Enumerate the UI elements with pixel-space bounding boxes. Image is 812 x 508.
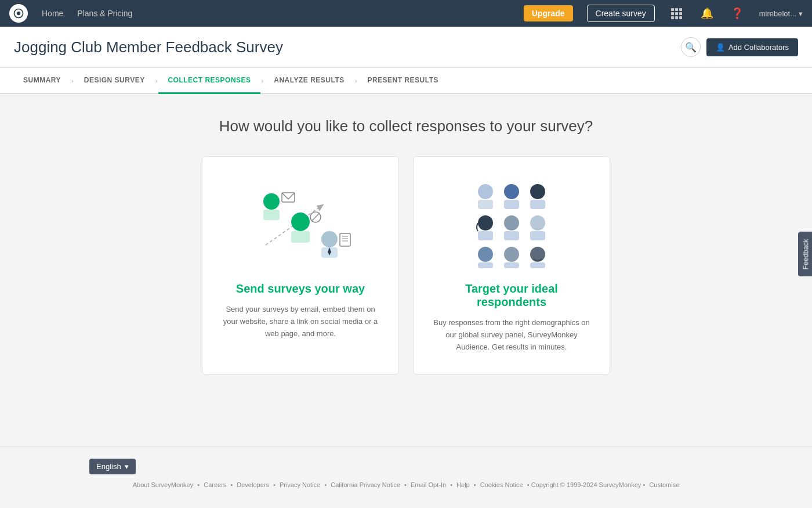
- send-surveys-illustration: [242, 175, 358, 268]
- svg-rect-21: [530, 200, 545, 209]
- svg-point-20: [530, 184, 545, 199]
- footer-link-email-optin[interactable]: Email Opt-In: [411, 481, 446, 488]
- tab-analyze-results[interactable]: ANALYZE RESULTS: [264, 68, 354, 94]
- svg-rect-17: [478, 200, 493, 209]
- main-question: How would you like to collect responses …: [219, 117, 593, 135]
- footer-link-help[interactable]: Help: [456, 481, 470, 488]
- tab-arrow-3: ›: [262, 77, 264, 84]
- logo[interactable]: [9, 4, 28, 23]
- survey-title: Jogging Club Member Feedback Survey: [14, 38, 283, 56]
- tabs-navigation: SUMMARY › DESIGN SURVEY › COLLECT RESPON…: [0, 68, 812, 94]
- plans-pricing-link[interactable]: Plans & Pricing: [77, 9, 132, 18]
- tab-arrow-4: ›: [355, 77, 357, 84]
- footer-link-privacy[interactable]: Privacy Notice: [280, 481, 320, 488]
- feedback-tab[interactable]: Feedback: [799, 232, 812, 276]
- tab-arrow-1: ›: [71, 77, 74, 84]
- svg-rect-25: [504, 231, 519, 240]
- add-collaborators-icon: 👤: [716, 43, 725, 52]
- search-icon-button[interactable]: 🔍: [681, 37, 701, 57]
- svg-rect-23: [478, 231, 493, 240]
- svg-marker-1: [317, 204, 324, 211]
- svg-rect-33: [530, 262, 545, 268]
- cards-container: Send surveys your way Send your surveys …: [174, 156, 638, 374]
- tab-arrow-2: ›: [155, 77, 158, 84]
- footer-language-section: English ▾: [14, 459, 798, 474]
- svg-rect-12: [340, 233, 350, 246]
- footer-link-customise[interactable]: Customise: [649, 481, 679, 488]
- send-surveys-description: Send your surveys by email, embed them o…: [221, 304, 380, 340]
- target-respondents-description: Buy responses from the right demographic…: [432, 317, 591, 353]
- footer-link-careers[interactable]: Careers: [204, 481, 226, 488]
- tab-present-results[interactable]: PRESENT RESULTS: [358, 68, 448, 94]
- main-content: How would you like to collect responses …: [0, 94, 812, 446]
- footer-link-cookies[interactable]: Cookies Notice: [480, 481, 523, 488]
- svg-line-8: [312, 213, 320, 221]
- notification-bell-icon[interactable]: 🔔: [699, 5, 715, 21]
- svg-rect-6: [291, 231, 310, 243]
- survey-header: Jogging Club Member Feedback Survey 🔍 👤 …: [0, 27, 812, 68]
- footer-link-about[interactable]: About SurveyMonkey: [133, 481, 194, 488]
- svg-point-26: [530, 215, 545, 230]
- tab-design-survey[interactable]: DESIGN SURVEY: [75, 68, 154, 94]
- target-respondents-illustration: [454, 175, 570, 268]
- svg-point-22: [478, 215, 493, 230]
- svg-point-2: [263, 193, 280, 210]
- grid-apps-icon[interactable]: [669, 5, 685, 21]
- target-respondents-card[interactable]: Target your ideal respondents Buy respon…: [413, 156, 610, 374]
- footer: English ▾ About SurveyMonkey • Careers •…: [0, 446, 812, 500]
- svg-point-24: [504, 215, 519, 230]
- svg-point-32: [530, 247, 545, 262]
- tab-summary[interactable]: SUMMARY: [14, 68, 70, 94]
- svg-rect-29: [478, 262, 493, 268]
- footer-links: About SurveyMonkey • Careers • Developer…: [14, 481, 798, 488]
- svg-point-16: [478, 184, 493, 199]
- svg-rect-3: [263, 210, 280, 220]
- top-navigation: Home Plans & Pricing Upgrade Create surv…: [0, 0, 812, 27]
- upgrade-button[interactable]: Upgrade: [524, 5, 573, 21]
- language-label: English: [96, 462, 121, 471]
- footer-link-developers[interactable]: Developers: [237, 481, 269, 488]
- header-actions: 🔍 👤 Add Collaborators: [681, 37, 798, 57]
- help-question-icon[interactable]: ❓: [729, 5, 745, 21]
- svg-rect-31: [504, 262, 519, 268]
- footer-link-california-privacy[interactable]: California Privacy Notice: [331, 481, 400, 488]
- svg-point-9: [321, 231, 338, 247]
- home-link[interactable]: Home: [42, 9, 63, 18]
- svg-point-18: [504, 184, 519, 199]
- target-respondents-title: Target your ideal respondents: [432, 282, 591, 309]
- send-surveys-card[interactable]: Send surveys your way Send your surveys …: [202, 156, 399, 374]
- create-survey-button[interactable]: Create survey: [587, 5, 655, 22]
- language-selector-button[interactable]: English ▾: [89, 459, 136, 474]
- send-surveys-title: Send surveys your way: [236, 282, 365, 296]
- user-menu[interactable]: mirebelot... ▾: [759, 9, 803, 18]
- svg-point-28: [478, 247, 493, 262]
- svg-rect-27: [530, 231, 545, 240]
- footer-copyright: Copyright © 1999-2024 SurveyMonkey: [531, 481, 641, 488]
- add-collaborators-button[interactable]: 👤 Add Collaborators: [706, 38, 798, 56]
- dropdown-arrow-icon: ▾: [125, 462, 129, 471]
- svg-point-30: [504, 247, 519, 262]
- svg-point-5: [291, 212, 310, 231]
- svg-rect-19: [504, 200, 519, 209]
- tab-collect-responses[interactable]: COLLECT RESPONSES: [158, 68, 260, 94]
